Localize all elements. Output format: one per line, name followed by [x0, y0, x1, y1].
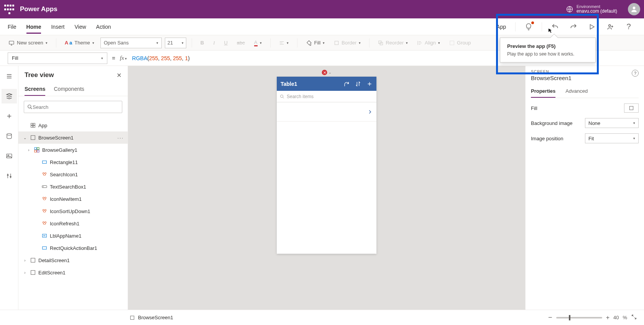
share-button[interactable]	[603, 19, 618, 34]
tree-item-iconsortupdown[interactable]: IconSortUpDown1	[18, 205, 128, 217]
svg-rect-36	[31, 258, 35, 263]
close-tree-button[interactable]: ✕	[117, 72, 122, 79]
svg-rect-20	[34, 148, 36, 149]
tree-item-app[interactable]: App	[18, 119, 128, 131]
phone-preview[interactable]: Table1 Search items	[277, 77, 376, 254]
bg-image-select[interactable]: None▾	[585, 118, 639, 128]
svg-rect-21	[37, 148, 39, 149]
tab-advanced[interactable]: Advanced	[565, 85, 588, 98]
menu-file[interactable]: File	[8, 20, 16, 34]
app-launcher-icon[interactable]	[4, 4, 15, 15]
tree-item-lblappname[interactable]: LblAppName1	[18, 230, 128, 242]
tree-view-title: Tree view	[25, 71, 54, 79]
menu-insert[interactable]: Insert	[51, 20, 64, 34]
svg-rect-4	[9, 41, 14, 44]
font-color-button: A▾	[251, 38, 265, 48]
svg-point-33	[45, 222, 46, 223]
play-button[interactable]	[584, 19, 600, 34]
prop-pos-label: Image position	[531, 136, 564, 141]
align-objects-button: Align▾	[414, 38, 443, 47]
fill-button[interactable]: Fill▾	[303, 38, 328, 48]
refresh-icon[interactable]	[343, 81, 350, 87]
environment-selector[interactable]: Environment enavu.com (default)	[577, 4, 617, 14]
fx-icon[interactable]: fx▾	[120, 55, 127, 61]
svg-rect-22	[34, 150, 36, 152]
strikethrough-button: abc	[234, 38, 248, 47]
tree-item-rectangle[interactable]: Rectangle11	[18, 156, 128, 168]
rail-hamburger[interactable]	[2, 69, 17, 84]
error-indicator[interactable]: ✕ ⌄	[322, 70, 332, 75]
error-icon: ✕	[322, 70, 327, 75]
fill-color-swatch[interactable]	[624, 103, 639, 113]
svg-point-38	[281, 95, 283, 97]
property-selector[interactable]: Fill▾	[8, 53, 107, 64]
svg-point-28	[43, 197, 44, 199]
tree-list: App ⌄BrowseScreen1··· ›BrowseGallery1 Re…	[18, 118, 128, 310]
properties-panel: SCREEN BrowseScreen1 ? Properties Advanc…	[525, 66, 644, 310]
font-family-select[interactable]: Open Sans▾	[100, 38, 162, 48]
redo-button[interactable]	[566, 19, 581, 34]
rail-insert[interactable]	[2, 109, 17, 123]
image-position-select[interactable]: Fit▾	[585, 133, 639, 143]
equals-label: =	[112, 55, 115, 61]
tree-search-box[interactable]	[24, 101, 122, 113]
zoom-in-button[interactable]: +	[606, 314, 610, 321]
sort-icon[interactable]	[355, 81, 361, 87]
group-button: Group	[446, 38, 474, 47]
tree-item-detailscreen[interactable]: ›DetailScreen1	[18, 254, 128, 266]
zoom-value: 40	[613, 315, 619, 320]
menu-action[interactable]: Action	[96, 20, 111, 34]
border-button: Border▾	[331, 38, 364, 47]
tree-item-browsescreen[interactable]: ⌄BrowseScreen1···	[18, 131, 128, 144]
cursor-pointer-icon	[547, 28, 554, 35]
tree-item-iconnewitem[interactable]: IconNewItem1	[18, 193, 128, 205]
tree-item-textsearchbox[interactable]: TextSearchBox1	[18, 181, 128, 193]
tree-search-input[interactable]	[33, 104, 119, 110]
more-icon[interactable]: ···	[117, 135, 124, 141]
prop-bg-label: Background image	[531, 120, 572, 126]
zoom-slider[interactable]	[556, 317, 602, 318]
svg-point-25	[43, 172, 44, 174]
new-screen-button[interactable]: New screen▾	[5, 38, 51, 48]
svg-point-30	[43, 209, 44, 211]
search-icon	[27, 104, 33, 110]
tooltip-title: Preview the app (F5)	[507, 43, 588, 49]
app-menu[interactable]: App	[496, 24, 506, 30]
fit-to-window-button[interactable]	[631, 314, 637, 321]
rail-data[interactable]	[2, 129, 17, 143]
menu-view[interactable]: View	[74, 20, 86, 34]
zoom-out-button[interactable]: −	[548, 314, 552, 322]
status-bar: BrowseScreen1 − + 40 %	[0, 310, 644, 325]
tree-item-rectquickactionbar[interactable]: RectQuickActionBar1	[18, 242, 128, 254]
tab-components[interactable]: Components	[54, 83, 84, 96]
tree-item-iconrefresh[interactable]: IconRefresh1	[18, 217, 128, 230]
user-avatar[interactable]	[628, 3, 640, 15]
rail-advanced-tools[interactable]	[2, 169, 17, 183]
phone-search-placeholder: Search items	[287, 94, 314, 99]
tab-properties[interactable]: Properties	[531, 85, 555, 98]
status-screen-name[interactable]: BrowseScreen1	[138, 315, 173, 320]
add-icon[interactable]	[366, 81, 373, 87]
tree-item-browsegallery[interactable]: ›BrowseGallery1	[18, 144, 128, 156]
canvas-area[interactable]: ✕ ⌄ Table1 Search items	[128, 66, 525, 310]
phone-search-box[interactable]: Search items	[277, 91, 376, 102]
search-icon	[280, 94, 284, 99]
menu-home[interactable]: Home	[26, 20, 41, 34]
tree-item-searchicon[interactable]: SearchIcon1	[18, 168, 128, 181]
screen-icon	[130, 315, 135, 320]
props-help-icon[interactable]: ?	[632, 70, 639, 77]
gallery-row[interactable]	[277, 102, 376, 121]
chevron-right-icon	[367, 109, 373, 115]
svg-rect-40	[130, 316, 134, 319]
reorder-button: Reorder▾	[375, 38, 411, 47]
help-button[interactable]: ?	[621, 19, 636, 34]
rail-tree-view[interactable]	[2, 89, 17, 103]
tree-item-editscreen[interactable]: ›EditScreen1	[18, 266, 128, 279]
font-size-select[interactable]: 21▾	[165, 38, 186, 48]
theme-button[interactable]: Aa Theme▾	[62, 38, 97, 47]
svg-marker-2	[590, 25, 595, 29]
tab-screens[interactable]: Screens	[25, 83, 45, 96]
app-checker-button[interactable]	[521, 19, 536, 34]
main-area: Tree view ✕ Screens Components App ⌄Brow…	[0, 66, 644, 310]
rail-media[interactable]	[2, 149, 17, 163]
